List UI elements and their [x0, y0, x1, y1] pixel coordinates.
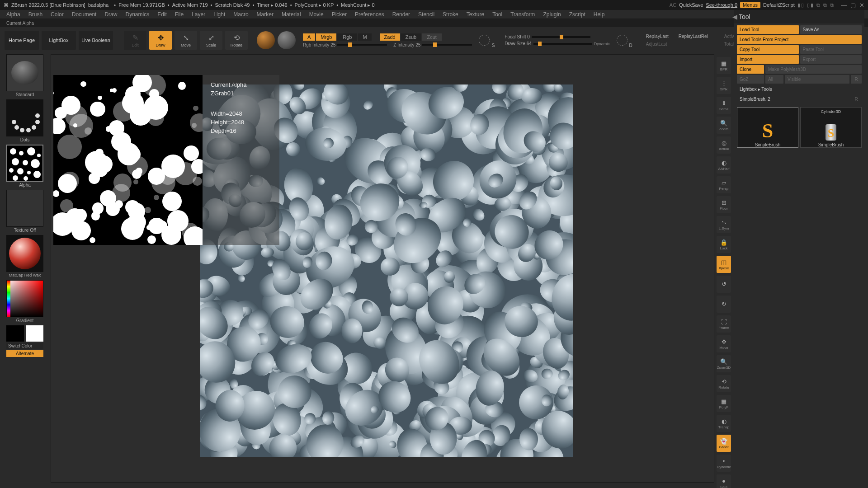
right-icon-zoom3d[interactable]: 🔍Zoom3D: [717, 355, 731, 372]
right-icon-lock[interactable]: 🔒Lock: [717, 236, 731, 253]
alternate-button[interactable]: Alternate: [6, 350, 43, 357]
lightbox-tools-button[interactable]: Lightbox ▸ Tools: [737, 85, 862, 94]
make-polymesh-button[interactable]: Make PolyMesh3D: [765, 65, 862, 74]
right-icon-xpose[interactable]: ◫Xpose: [717, 256, 731, 273]
right-icon-move[interactable]: ✥Move: [717, 335, 731, 352]
maximize-icon[interactable]: ▢: [850, 2, 856, 9]
close-icon[interactable]: ✕: [859, 2, 864, 9]
menu-tool[interactable]: Tool: [492, 11, 502, 18]
right-icon-bpr[interactable]: ▦BPR: [717, 57, 731, 74]
zsub-mode[interactable]: Zsub: [401, 33, 421, 41]
color-picker[interactable]: [6, 280, 43, 317]
save-as-button[interactable]: Save As: [800, 25, 862, 34]
panel-collapse-icon[interactable]: ◀: [732, 13, 737, 20]
copy-tool-button[interactable]: Copy Tool: [737, 45, 799, 54]
gyro-sphere-1[interactable]: [257, 31, 275, 49]
hue-bar[interactable]: [7, 281, 10, 317]
right-icon-solo[interactable]: ●Solo: [717, 474, 731, 488]
menu-alpha[interactable]: Alpha: [6, 11, 20, 18]
tool-r-button[interactable]: R: [851, 95, 862, 103]
right-icon-blank[interactable]: ↺: [717, 276, 731, 293]
goz-all-button[interactable]: All: [765, 75, 783, 84]
simplebrush2-label[interactable]: SimpleBrush. 2: [737, 95, 849, 103]
tool-thumb-cylinder[interactable]: Cylinder3D S SimpleBrush: [800, 107, 862, 148]
menu-stroke[interactable]: Stroke: [443, 11, 458, 18]
brush-thumbnail[interactable]: [6, 54, 43, 91]
menu-texture[interactable]: Texture: [467, 11, 484, 18]
menu-stencil[interactable]: Stencil: [418, 11, 434, 18]
lightbox-button[interactable]: LightBox: [42, 31, 76, 50]
tool-thumb-simplebrush[interactable]: S SimpleBrush: [737, 107, 798, 148]
gyro-sphere-2[interactable]: [278, 31, 296, 49]
liveboolean-button[interactable]: Live Boolean: [79, 31, 113, 50]
rgb-mode[interactable]: Rgb: [337, 33, 357, 41]
rgb-intensity-slider[interactable]: [337, 44, 387, 46]
load-tool-button[interactable]: Load Tool: [737, 25, 799, 34]
switchcolor-button[interactable]: SwitchColor: [6, 343, 43, 349]
right-icon-scroll[interactable]: ⇕Scroll: [717, 97, 731, 114]
scale-button[interactable]: ⤢Scale: [200, 31, 222, 50]
zadd-mode[interactable]: Zadd: [380, 33, 400, 41]
menu-transform[interactable]: Transform: [510, 11, 535, 18]
menu-marker[interactable]: Marker: [257, 11, 274, 18]
material-thumbnail[interactable]: [6, 235, 43, 272]
gradient-label[interactable]: Gradient: [16, 318, 33, 324]
menu-material[interactable]: Material: [282, 11, 301, 18]
goz-r-button[interactable]: R: [851, 75, 862, 84]
default-zscript[interactable]: DefaultZScript: [763, 2, 795, 8]
right-icon-polyf[interactable]: ▦PolyF: [717, 395, 731, 412]
menu-preferences[interactable]: Preferences: [355, 11, 384, 18]
menu-color[interactable]: Color: [51, 11, 64, 18]
right-icon-floor[interactable]: ⊞Floor: [717, 196, 731, 213]
symmetry-s-icon[interactable]: S: [477, 33, 491, 47]
menu-brush[interactable]: Brush: [28, 11, 42, 18]
goz-button[interactable]: GoZ: [737, 75, 764, 84]
alpha-thumbnail[interactable]: [6, 145, 43, 182]
right-icon-ghost[interactable]: 👻Ghost: [717, 435, 731, 452]
stroke-thumbnail[interactable]: [6, 99, 43, 136]
minimize-icon[interactable]: —: [841, 2, 847, 9]
move-button[interactable]: ⤡Move: [175, 31, 197, 50]
seethrough-slider[interactable]: See-through 0: [706, 2, 737, 8]
texture-thumbnail[interactable]: [6, 190, 43, 227]
zcut-mode[interactable]: Zcut: [422, 33, 442, 41]
color-swatch-white[interactable]: [26, 325, 43, 342]
right-icon-transp[interactable]: ◐Transp: [717, 415, 731, 432]
menu-document[interactable]: Document: [72, 11, 97, 18]
dynamic-label[interactable]: Dynamic: [594, 42, 610, 46]
z-intensity-slider[interactable]: [422, 44, 472, 46]
export-button[interactable]: Export: [800, 55, 862, 64]
menu-dynamics[interactable]: Dynamics: [125, 11, 149, 18]
menu-edit[interactable]: Edit: [157, 11, 167, 18]
right-icon-frame[interactable]: ⛶Frame: [717, 315, 731, 333]
import-button[interactable]: Import: [737, 55, 799, 64]
menu-picker[interactable]: Picker: [332, 11, 347, 18]
homepage-button[interactable]: Home Page: [5, 31, 39, 50]
clone-button[interactable]: Clone: [737, 65, 764, 74]
menu-file[interactable]: File: [175, 11, 184, 18]
menu-render[interactable]: Render: [392, 11, 410, 18]
paste-tool-button[interactable]: Paste Tool: [800, 45, 862, 54]
menu-macro[interactable]: Macro: [233, 11, 248, 18]
a-mode[interactable]: A: [303, 33, 315, 41]
menu-movie[interactable]: Movie: [309, 11, 324, 18]
rotate-button[interactable]: ⟲Rotate: [225, 31, 248, 50]
menu-layer[interactable]: Layer: [192, 11, 205, 18]
goz-visible-button[interactable]: Visible: [785, 75, 849, 84]
load-from-project-button[interactable]: Load Tools From Project: [737, 35, 862, 44]
symmetry-d-icon[interactable]: D: [615, 33, 629, 47]
right-icon-blank[interactable]: ↻: [717, 296, 731, 313]
draw-button[interactable]: ✥Draw: [149, 31, 172, 50]
replaylast-button[interactable]: ReplayLast: [642, 33, 673, 40]
right-icon-persp[interactable]: ▱Persp: [717, 176, 731, 193]
menu-zscript[interactable]: Zscript: [569, 11, 585, 18]
m-mode[interactable]: M: [358, 33, 371, 41]
color-swatch-black[interactable]: [6, 325, 24, 342]
canvas[interactable]: Current Alpha ZGrab01 Width=2048 Height=…: [51, 54, 714, 483]
adjustlast-button[interactable]: AdjustLast: [642, 41, 673, 47]
quicksave-button[interactable]: QuickSave: [679, 2, 703, 8]
menu-draw[interactable]: Draw: [104, 11, 117, 18]
right-icon-rotate[interactable]: ⟲Rotate: [717, 375, 731, 392]
layout-icons[interactable]: ▮▯ ▯▮ ⧉ ⧉ ⧉: [797, 2, 835, 8]
menu-light[interactable]: Light: [213, 11, 225, 18]
